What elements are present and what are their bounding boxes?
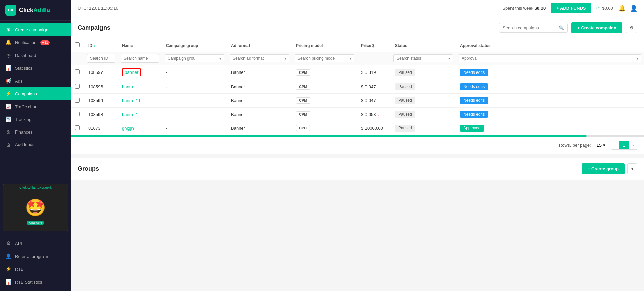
filter-adformat-cell: ▾: [227, 52, 292, 65]
header-pricing-model: Pricing model: [292, 39, 357, 52]
horizontal-scrollbar[interactable]: [71, 135, 644, 137]
topbar-time: UTC: 12.01 11:05:16: [78, 6, 497, 11]
campaigns-header: Campaigns 🔍 + Create campaign ⚙: [71, 17, 644, 39]
groups-header-right: + Create group ▾: [582, 163, 637, 174]
logo-click: Click: [19, 7, 33, 13]
user-topbar-icon[interactable]: 👤: [630, 5, 637, 12]
sidebar-logo: CA ClickAdilla: [0, 0, 71, 21]
row-checkbox-cell: [71, 65, 84, 80]
status-badge: Paused: [395, 125, 415, 132]
sidebar-item-rtb-statistics[interactable]: 📊 RTB Statistics: [0, 275, 71, 288]
campaigns-table-wrapper: ID ↓ Name Campaign group Ad format Prici…: [71, 39, 644, 137]
campaign-name-link[interactable]: banner11: [122, 98, 141, 103]
row-name: banner: [118, 80, 162, 94]
filter-name-input[interactable]: [121, 54, 159, 63]
sidebar-ad-face: 🤩: [25, 199, 46, 216]
filter-group-select[interactable]: ▾: [165, 54, 224, 62]
rows-per-page-select[interactable]: 15 ▾: [594, 141, 608, 149]
sidebar: CA ClickAdilla ⊕ Create campaign 🔔 Notif…: [0, 0, 71, 291]
filter-price-cell: [357, 52, 391, 65]
sidebar-item-dashboard[interactable]: ◷ Dashboard: [0, 49, 71, 62]
sidebar-item-ads[interactable]: 📢 Ads: [0, 75, 71, 87]
sidebar-item-api[interactable]: ⚙ API: [0, 237, 71, 250]
sidebar-item-tracking[interactable]: 📉 Tracking: [0, 113, 71, 126]
campaign-name-link[interactable]: banner1: [122, 112, 138, 117]
plus-circle-icon: ⊕: [5, 27, 11, 33]
sidebar-item-statistics[interactable]: 📊 Statistics: [0, 62, 71, 75]
create-campaign-button[interactable]: + Create campaign: [571, 22, 622, 33]
logo-adilla: Adilla: [33, 7, 50, 13]
filter-approval-select[interactable]: ▾: [459, 54, 641, 62]
next-page-button[interactable]: ›: [629, 141, 637, 149]
table-row: 108596 banner - Banner CPM $ 0.047 Pause…: [71, 80, 644, 94]
sidebar-item-rtb[interactable]: ⚡ RTB: [0, 263, 71, 275]
sidebar-ad-logo: ClickAdilla AdNetwork: [19, 186, 52, 190]
approval-badge: Needs edits: [460, 83, 488, 90]
row-checkbox[interactable]: [75, 98, 80, 103]
approval-badge: Needs edits: [460, 111, 488, 118]
select-all-checkbox[interactable]: [75, 42, 80, 47]
sidebar-item-traffic-chart[interactable]: 📈 Traffic chart: [0, 100, 71, 113]
campaigns-settings-button[interactable]: ⚙: [626, 23, 637, 33]
bell-topbar-icon[interactable]: 🔔: [618, 5, 626, 12]
campaign-name-link[interactable]: banner: [122, 68, 141, 76]
filter-status-cell: ▾: [391, 52, 456, 65]
row-status: Paused: [391, 80, 456, 94]
filter-status-select[interactable]: ▾: [393, 54, 453, 62]
chevron-down-icon: ▾: [448, 57, 450, 60]
chevron-down-icon: ▾: [219, 57, 221, 60]
prev-page-button[interactable]: ‹: [611, 141, 619, 149]
filter-group-input[interactable]: [168, 56, 218, 61]
refresh-icon[interactable]: ⟳: [596, 6, 600, 11]
create-group-button[interactable]: + Create group: [582, 163, 625, 174]
search-icon: 🔍: [559, 25, 564, 30]
add-funds-icon: 🖨: [5, 142, 11, 147]
sidebar-item-referral[interactable]: 👤 Referral program: [0, 250, 71, 263]
page-1-button[interactable]: 1: [619, 141, 628, 149]
rtb-stats-icon: 📊: [5, 279, 11, 285]
header-id[interactable]: ID ↓: [84, 39, 118, 52]
row-checkbox[interactable]: [75, 84, 80, 89]
filter-pricing-select[interactable]: ▾: [295, 54, 354, 62]
row-checkbox[interactable]: [75, 69, 80, 74]
row-id: 81673: [84, 121, 118, 135]
row-pricing-model: CPC: [292, 121, 357, 135]
content: Campaigns 🔍 + Create campaign ⚙: [71, 17, 644, 291]
status-badge: Paused: [395, 69, 415, 76]
add-funds-button[interactable]: + ADD FUNDS: [551, 3, 591, 13]
filter-adformat-select[interactable]: ▾: [230, 54, 289, 62]
filter-status-input[interactable]: [397, 56, 447, 61]
row-checkbox[interactable]: [75, 112, 80, 116]
statistics-icon: 📊: [5, 65, 11, 71]
sidebar-item-label: Create campaign: [15, 27, 48, 32]
sidebar-ad-inner: ClickAdilla AdNetwork 🤩 AdNetwork: [3, 184, 68, 231]
campaign-name-link[interactable]: ghjgjh: [122, 126, 134, 131]
filter-pricing-input[interactable]: [298, 56, 348, 61]
sidebar-item-label: RTB Statistics: [15, 280, 42, 285]
filter-approval-input[interactable]: [462, 56, 635, 61]
sidebar-item-campaigns[interactable]: ⚡ Campaigns: [0, 87, 71, 100]
sidebar-nav: ⊕ Create campaign 🔔 Notification +11 ◷ D…: [0, 21, 71, 181]
sidebar-item-create-campaign[interactable]: ⊕ Create campaign: [0, 23, 71, 36]
sidebar-item-notification[interactable]: 🔔 Notification +11: [0, 36, 71, 49]
row-group: -: [162, 121, 227, 135]
filter-adformat-input[interactable]: [233, 56, 283, 61]
sidebar-item-finances[interactable]: $ Finances: [0, 126, 71, 138]
row-group: -: [162, 108, 227, 121]
groups-expand-button[interactable]: ▾: [627, 163, 637, 174]
filter-approval-cell: ▾: [456, 52, 644, 65]
row-group: -: [162, 94, 227, 108]
sidebar-item-label: Notification: [15, 40, 36, 45]
sidebar-item-add-funds[interactable]: 🖨 Add funds: [0, 138, 71, 151]
sidebar-item-label: Campaigns: [15, 91, 37, 96]
filter-id-input[interactable]: [87, 54, 115, 63]
row-price: $ 0.053↓: [357, 108, 391, 121]
chevron-down-icon: ▾: [603, 143, 605, 148]
row-price: $ 0.047: [357, 80, 391, 94]
campaigns-table: ID ↓ Name Campaign group Ad format Prici…: [71, 39, 644, 135]
row-checkbox[interactable]: [75, 125, 80, 130]
campaign-name-link[interactable]: banner: [122, 84, 136, 89]
filter-group-cell: ▾: [162, 52, 227, 65]
campaigns-search-input[interactable]: [503, 25, 557, 30]
table-row: 81673 ghjgjh - Banner CPC $ 10000.00 Pau…: [71, 121, 644, 135]
